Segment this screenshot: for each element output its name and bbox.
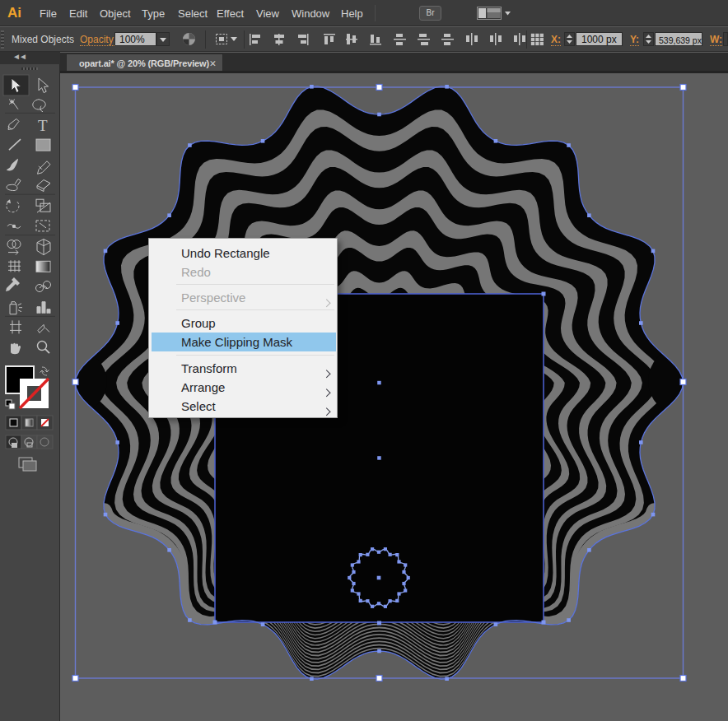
svg-text:T: T bbox=[38, 117, 48, 134]
